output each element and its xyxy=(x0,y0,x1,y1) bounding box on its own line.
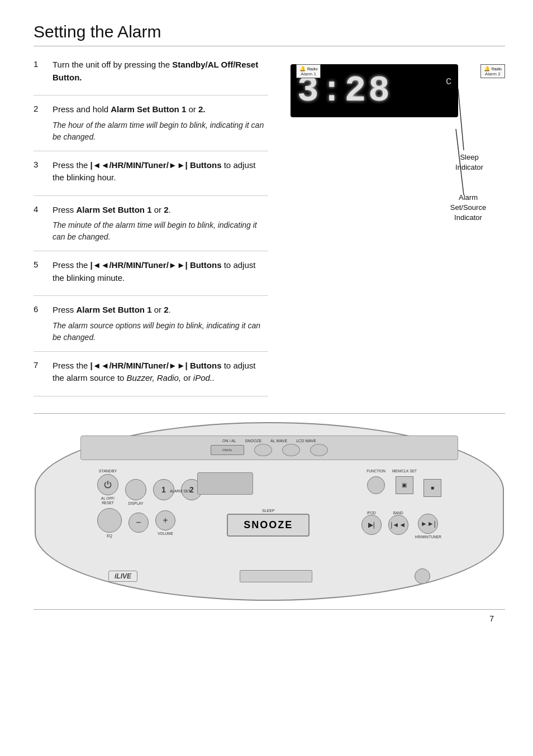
prev-button[interactable]: |◄◄ xyxy=(388,515,408,535)
snooze-group: SLEEP SNOOZE xyxy=(182,509,355,537)
top-on-al-switch[interactable]: ON/AL xyxy=(211,445,244,455)
alarm1-icon-row: 🔔 Radio xyxy=(299,66,317,71)
alarm-set-label: ALARM SET xyxy=(170,489,191,493)
top-strip: ON / AL SNOOZE AL WAVE LCD WAVE ON/AL xyxy=(80,436,458,460)
controls-row1: STANDBY AL OFF/RESET DISPL xyxy=(97,469,441,506)
al-off-label: AL OFF/RESET xyxy=(101,496,115,506)
snooze-button[interactable]: SNOOZE xyxy=(227,514,310,537)
alarm2-icon-box: 🔔 Radio Alarm 2 xyxy=(480,64,505,78)
alarm1-group: 1 xyxy=(153,469,174,500)
page-title: Setting the Alarm xyxy=(34,22,505,46)
step-2-number: 2 xyxy=(34,103,47,143)
alarm1-icon-box: 🔔 Radio Alarm 1 xyxy=(296,64,321,78)
step-2-bold1: Alarm Set Button 1 xyxy=(111,104,186,114)
step-2-note: The hour of the alarm time will begin to… xyxy=(53,119,268,143)
page-number: 7 xyxy=(34,614,505,623)
step-7-italic1: Buzzer, Radio, xyxy=(127,373,182,382)
next-button[interactable]: ►►| xyxy=(418,514,438,534)
power-icon xyxy=(103,480,112,489)
steps-column: 1 Turn the unit off by pressing the Stan… xyxy=(34,51,268,396)
alarm2-label: Alarm 2 xyxy=(485,71,501,76)
play-group: IPOD ▶| xyxy=(361,511,382,535)
top-label-on-al: ON / AL xyxy=(222,439,236,443)
alarm1-label: Alarm 1 xyxy=(301,71,316,76)
standby-button[interactable] xyxy=(97,474,118,495)
alarm1-radio-label: Radio xyxy=(307,67,317,71)
step-7-bold1: |◄◄/HR/MIN/Tuner/►►| xyxy=(91,361,188,370)
step-4-note: The minute of the alarm time will begin … xyxy=(53,219,268,243)
mem-clk-icon: ▣ xyxy=(402,482,407,488)
step-5-content: Press the |◄◄/HR/MIN/Tuner/►►| Buttons t… xyxy=(53,259,268,288)
volume-minus-button[interactable]: − xyxy=(129,513,149,533)
step-6-bold1: Alarm Set Button 1 xyxy=(77,305,152,314)
standby-label: STANDBY xyxy=(99,469,117,473)
top-button-row: ON/AL xyxy=(211,444,328,456)
step-1-bold: Standby/AL Off/Reset Button. xyxy=(53,60,258,82)
top-al-wave-button[interactable] xyxy=(282,444,300,456)
step-1-main: Turn the unit off by pressing the Standb… xyxy=(53,59,268,84)
alarm-set-source-label: Alarm Set/SourceIndicator xyxy=(440,193,496,223)
step-7-italic2: iPod.. xyxy=(193,373,215,382)
main-display-rect xyxy=(197,472,253,495)
device-bottom-row: iLIVE xyxy=(108,568,430,584)
alarm2-icon-row: 🔔 Radio xyxy=(484,66,502,71)
step-2-content: Press and hold Alarm Set Button 1 or 2. … xyxy=(53,103,268,143)
device-oval: ON / AL SNOOZE AL WAVE LCD WAVE ON/AL xyxy=(35,422,504,601)
step-6: 6 Press Alarm Set Button 1 or 2. The ala… xyxy=(34,296,268,352)
step-7-bold2: Buttons xyxy=(190,361,222,370)
bottom-section: ON / AL SNOOZE AL WAVE LCD WAVE ON/AL xyxy=(34,413,505,610)
mem-clk-button[interactable]: ▣ xyxy=(396,476,413,494)
step-2-bold2: 2. xyxy=(198,104,206,114)
display-rect-group xyxy=(197,472,253,495)
step-3: 3 Press the |◄◄/HR/MIN/Tuner/►►| Buttons… xyxy=(34,151,268,196)
step-7: 7 Press the |◄◄/HR/MIN/Tuner/►►| Buttons… xyxy=(34,352,268,396)
step-4-bold2: 2 xyxy=(164,205,168,214)
play-button[interactable]: ▶| xyxy=(361,515,382,535)
top-strip-labels: ON / AL SNOOZE AL WAVE LCD WAVE ON/AL xyxy=(211,439,328,456)
volume-label: VOLUME xyxy=(158,532,173,535)
display-button-label: DISPLAY xyxy=(129,501,144,505)
step-4-number: 4 xyxy=(34,204,47,243)
clock-indicator-c: c xyxy=(446,71,451,87)
logo-text: iLIVE xyxy=(115,572,131,580)
function-group: FUNCTION xyxy=(367,469,386,494)
top-snooze-button[interactable] xyxy=(254,444,272,456)
alarm-set-oval-button[interactable] xyxy=(97,508,122,533)
step-3-main: Press the |◄◄/HR/MIN/Tuner/►►| Buttons t… xyxy=(53,159,268,184)
vol-minus-group: − xyxy=(129,513,149,533)
top-lcd-wave-button[interactable] xyxy=(310,444,328,456)
step-4: 4 Press Alarm Set Button 1 or 2. The min… xyxy=(34,196,268,252)
function-button[interactable] xyxy=(367,476,385,494)
hr-min-label: HR/MIN/TUNER xyxy=(415,535,441,539)
step-7-content: Press the |◄◄/HR/MIN/Tuner/►►| Buttons t… xyxy=(53,360,268,388)
step-6-bold2: 2 xyxy=(164,305,168,314)
alarm2-radio-label: Radio xyxy=(492,67,502,71)
step-4-bold1: Alarm Set Button 1 xyxy=(77,205,152,214)
display-button[interactable] xyxy=(125,479,146,500)
step-6-main: Press Alarm Set Button 1 or 2. xyxy=(53,304,268,317)
display-group: DISPLAY xyxy=(125,469,146,505)
step-6-number: 6 xyxy=(34,304,47,343)
stop-button[interactable]: ■ xyxy=(423,479,441,497)
step-6-content: Press Alarm Set Button 1 or 2. The alarm… xyxy=(53,304,268,343)
page: Setting the Alarm 1 Turn the unit off by… xyxy=(0,0,533,756)
controls-row2: EQ − + VOLUME SLEEP SNOOZE xyxy=(97,507,441,539)
function-label: FUNCTION xyxy=(367,469,386,473)
display-column: 🔔 Radio Alarm 1 🔔 Radio Alarm 2 xyxy=(268,51,505,396)
sleep-indicator-label: Sleep Indicator xyxy=(447,152,492,173)
device-container: ON / AL SNOOZE AL WAVE LCD WAVE ON/AL xyxy=(35,422,504,601)
alarm1-bell-icon: 🔔 xyxy=(299,66,306,71)
step-1-content: Turn the unit off by pressing the Standb… xyxy=(53,59,268,87)
ipod-port xyxy=(240,570,312,582)
step-1-number: 1 xyxy=(34,59,47,87)
step-5-bold1: |◄◄/HR/MIN/Tuner/►►| xyxy=(91,260,188,270)
step-5-number: 5 xyxy=(34,259,47,288)
volume-plus-button[interactable]: + xyxy=(155,510,175,530)
top-label-row: ON / AL SNOOZE AL WAVE LCD WAVE xyxy=(222,439,316,443)
step-2-main: Press and hold Alarm Set Button 1 or 2. xyxy=(53,103,268,116)
stop-icon: ■ xyxy=(431,485,434,491)
svg-line-0 xyxy=(458,89,464,150)
mem-clk-label: MEM/CLK SET xyxy=(392,469,417,473)
prev-group: BAND |◄◄ xyxy=(388,511,408,535)
power-circle-button[interactable] xyxy=(415,568,430,584)
